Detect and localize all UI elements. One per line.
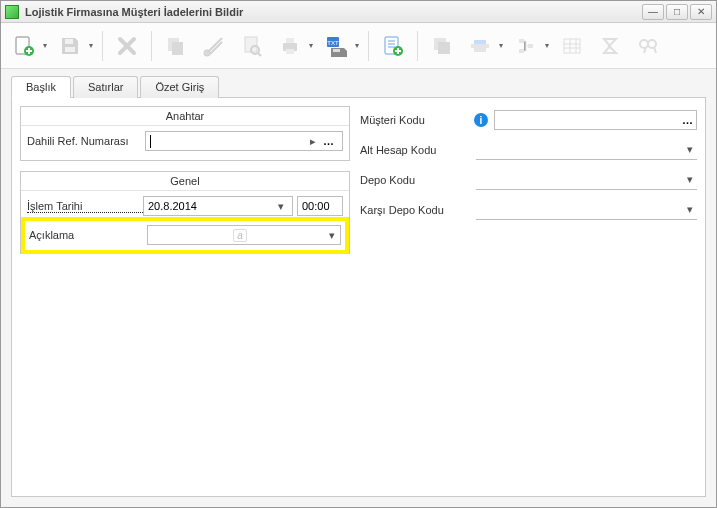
svg-rect-5 <box>172 42 183 55</box>
maximize-icon: □ <box>674 6 680 17</box>
delete-button <box>110 29 144 63</box>
close-icon: ✕ <box>697 6 705 17</box>
islem-tarihi-time-input[interactable] <box>302 200 338 212</box>
svg-rect-11 <box>286 38 294 43</box>
minimize-button[interactable]: — <box>642 4 664 20</box>
tree-dropdown[interactable]: ▾ <box>543 41 551 50</box>
grid-button <box>555 29 589 63</box>
tab-baslik[interactable]: Başlık <box>11 76 71 98</box>
save-dropdown[interactable]: ▾ <box>87 41 95 50</box>
dahili-ref-label: Dahili Ref. Numarası <box>27 135 145 147</box>
karsi-depo-dropdown-icon[interactable]: ▾ <box>683 203 697 216</box>
svg-rect-19 <box>438 42 450 54</box>
depo-label: Depo Kodu <box>360 174 470 186</box>
copy-button <box>159 29 193 63</box>
alt-hesap-dropdown-icon[interactable]: ▾ <box>683 143 697 156</box>
islem-tarihi-date-input[interactable] <box>148 200 274 212</box>
musteri-kodu-input[interactable] <box>499 114 682 126</box>
svg-rect-15 <box>333 49 340 52</box>
sum-button <box>593 29 627 63</box>
aciklama-dropdown-icon[interactable]: ▾ <box>324 229 340 242</box>
musteri-kodu-label: Müşteri Kodu <box>360 114 470 126</box>
islem-tarihi-label: İşlem Tarihi <box>27 200 143 213</box>
preview-button <box>235 29 269 63</box>
karsi-depo-field[interactable]: ▾ <box>476 200 697 220</box>
alt-hesap-label: Alt Hesap Kodu <box>360 144 470 156</box>
export-dropdown[interactable]: ▾ <box>353 41 361 50</box>
clipboard-button <box>463 29 497 63</box>
musteri-kodu-lookup-icon[interactable]: … <box>682 114 694 126</box>
dahili-ref-nav-icon[interactable]: ▸ <box>307 135 320 148</box>
info-icon[interactable]: i <box>474 113 488 127</box>
clipboard-dropdown[interactable]: ▾ <box>497 41 505 50</box>
save-button <box>53 29 87 63</box>
maximize-button[interactable]: □ <box>666 4 688 20</box>
close-button[interactable]: ✕ <box>690 4 712 20</box>
toolbar: ▾ ▾ ▾ TXT <box>1 23 716 69</box>
svg-rect-22 <box>474 48 486 52</box>
musteri-kodu-field[interactable]: … <box>494 110 697 130</box>
new-button[interactable] <box>7 29 41 63</box>
karsi-depo-label: Karşı Depo Kodu <box>360 204 470 216</box>
svg-point-24 <box>640 40 648 48</box>
tab-ozet-giris[interactable]: Özet Giriş <box>140 76 219 98</box>
dahili-ref-field[interactable]: ▸ … <box>145 131 343 151</box>
toolbar-separator <box>102 31 103 61</box>
svg-rect-21 <box>474 40 486 44</box>
app-icon <box>5 5 19 19</box>
dahili-ref-lookup-icon[interactable]: … <box>320 135 338 147</box>
window-title: Lojistik Firmasına Müşteri İadelerini Bi… <box>25 6 642 18</box>
stack-button <box>425 29 459 63</box>
new-dropdown[interactable]: ▾ <box>41 41 49 50</box>
print-button <box>273 29 307 63</box>
aciklama-field[interactable]: a ▾ <box>147 225 341 245</box>
depo-field[interactable]: ▾ <box>476 170 697 190</box>
depo-dropdown-icon[interactable]: ▾ <box>683 173 697 186</box>
group-anahtar: Anahtar Dahili Ref. Numarası ▸ … <box>20 106 350 161</box>
toolbar-separator <box>417 31 418 61</box>
svg-rect-2 <box>65 39 73 44</box>
tree-button <box>509 29 543 63</box>
dahili-ref-input[interactable] <box>151 135 307 147</box>
group-genel-header: Genel <box>21 172 349 191</box>
group-genel: Genel İşlem Tarihi ▾ <box>20 171 350 254</box>
titlebar: Lojistik Firmasına Müşteri İadelerini Bi… <box>1 1 716 23</box>
export-button[interactable]: TXT <box>319 29 353 63</box>
svg-rect-20 <box>471 44 489 48</box>
islem-tarihi-time-field[interactable] <box>297 196 343 216</box>
new-doc-plus-button[interactable] <box>376 29 410 63</box>
left-column: Anahtar Dahili Ref. Numarası ▸ … <box>20 106 350 488</box>
group-anahtar-header: Anahtar <box>21 107 349 126</box>
islem-tarihi-date-field[interactable]: ▾ <box>143 196 293 216</box>
print-dropdown[interactable]: ▾ <box>307 41 315 50</box>
tab-satirlar[interactable]: Satırlar <box>73 76 138 98</box>
highlight-aciklama: Açıklama a ▾ <box>21 217 349 254</box>
app-window: Lojistik Firmasına Müşteri İadelerini Bi… <box>0 0 717 508</box>
tabs: Başlık Satırlar Özet Giriş <box>11 75 706 98</box>
minimize-icon: — <box>648 6 658 17</box>
svg-rect-12 <box>286 49 294 54</box>
toolbar-separator <box>368 31 369 61</box>
toolbar-separator <box>151 31 152 61</box>
svg-rect-3 <box>65 47 75 52</box>
cut-button <box>197 29 231 63</box>
right-column: Müşteri Kodu i … Alt Hesap Kodu ▾ Depo <box>360 106 697 488</box>
date-dropdown-icon[interactable]: ▾ <box>274 200 288 213</box>
tab-panel: Anahtar Dahili Ref. Numarası ▸ … <box>11 98 706 497</box>
text-style-icon[interactable]: a <box>233 229 247 242</box>
find-button <box>631 29 665 63</box>
aciklama-label: Açıklama <box>29 229 147 241</box>
svg-rect-23 <box>564 39 580 53</box>
content-area: Başlık Satırlar Özet Giriş Anahtar Dahil… <box>1 69 716 507</box>
svg-text:TXT: TXT <box>327 40 339 46</box>
alt-hesap-field[interactable]: ▾ <box>476 140 697 160</box>
